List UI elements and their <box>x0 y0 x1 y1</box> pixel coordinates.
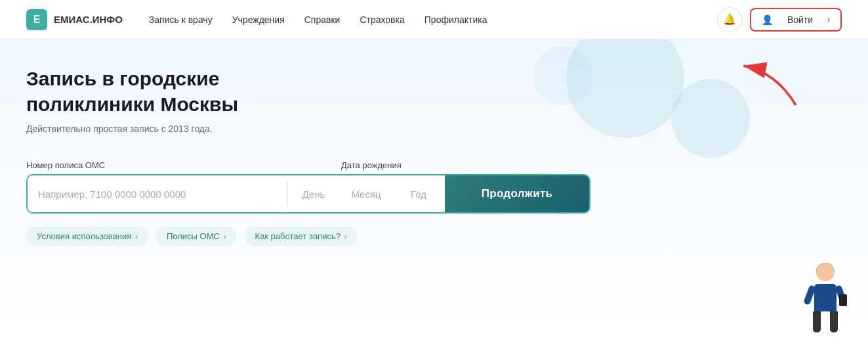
submit-button[interactable]: Продолжить <box>445 175 589 212</box>
char-phone <box>839 294 847 306</box>
year-input[interactable] <box>392 175 445 212</box>
chevron-right-icon: › <box>827 15 830 24</box>
nav-prevention[interactable]: Профилактика <box>424 14 487 25</box>
form-labels: Номер полиса ОМС Дата рождения <box>26 160 590 170</box>
login-button[interactable]: 👤 Войти › <box>750 8 842 32</box>
main-content: Запись в городские поликлиники Москвы Де… <box>0 39 868 341</box>
nav-appointment[interactable]: Запись к врачу <box>149 14 213 25</box>
oms-input[interactable] <box>28 175 287 212</box>
notifications-button[interactable]: 🔔 <box>717 7 742 32</box>
header: E ЕМИАС.ИНФО Запись к врачу Учреждения С… <box>0 0 868 39</box>
main-nav: Запись к врачу Учреждения Справки Страхо… <box>149 14 717 25</box>
header-right: 🔔 👤 Войти › <box>717 7 842 32</box>
appointment-form: Номер полиса ОМС Дата рождения Продолжит… <box>26 160 590 214</box>
nav-institutions[interactable]: Учреждения <box>232 14 285 25</box>
oms-label: Номер полиса ОМС <box>26 160 341 170</box>
user-icon: 👤 <box>762 14 773 25</box>
char-leg-left <box>813 311 821 332</box>
dob-fields <box>287 175 445 212</box>
tag-how-label: Как работает запись? <box>255 231 341 241</box>
char-torso <box>814 284 837 311</box>
day-input[interactable] <box>287 175 340 212</box>
nav-insurance[interactable]: Страховка <box>360 14 404 25</box>
dob-label: Дата рождения <box>341 160 512 170</box>
character-illustration <box>802 263 848 335</box>
month-input[interactable] <box>340 175 392 212</box>
logo-icon: E <box>26 9 47 30</box>
char-head <box>816 263 835 281</box>
nav-certificates[interactable]: Справки <box>304 14 341 25</box>
logo[interactable]: E ЕМИАС.ИНФО <box>26 9 123 30</box>
tag-oms[interactable]: Полисы ОМС › <box>156 227 237 246</box>
chevron-right-icon-how: › <box>344 233 347 240</box>
deco-circle-3 <box>533 46 592 105</box>
tag-oms-label: Полисы ОМС <box>167 231 220 241</box>
page-title: Запись в городские поликлиники Москвы <box>26 66 289 117</box>
login-label: Войти <box>787 14 813 25</box>
char-leg-right <box>830 311 838 332</box>
logo-text: ЕМИАС.ИНФО <box>54 14 123 25</box>
deco-circle-2 <box>671 79 750 158</box>
tag-how[interactable]: Как работает запись? › <box>245 227 358 246</box>
chevron-right-icon-terms: › <box>135 233 138 240</box>
tags-row: Условия использования › Полисы ОМС › Как… <box>26 227 842 246</box>
form-row: Продолжить <box>26 174 590 214</box>
tag-terms[interactable]: Условия использования › <box>26 227 148 246</box>
tag-terms-label: Условия использования <box>37 231 131 241</box>
chevron-right-icon-oms: › <box>224 233 226 240</box>
